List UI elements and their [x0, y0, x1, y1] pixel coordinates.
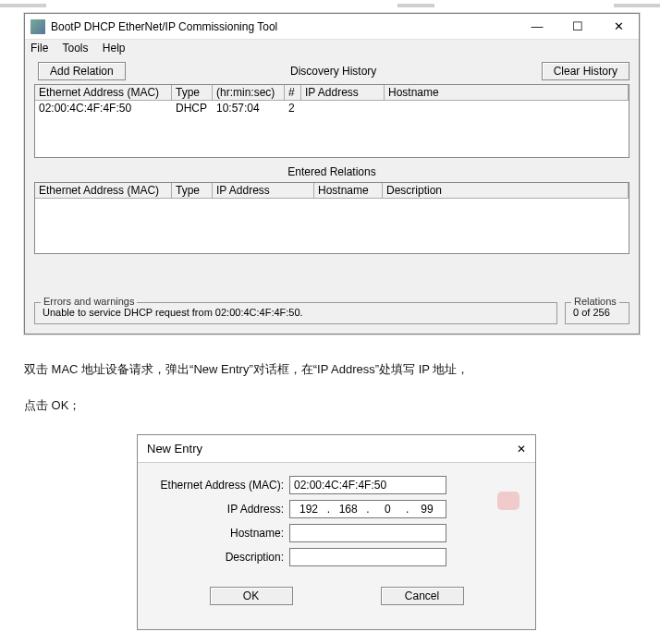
errors-fieldset: Errors and warnings Unable to service DH…	[34, 302, 557, 324]
col-mac[interactable]: Ethernet Address (MAC)	[35, 85, 172, 100]
dialog-body: Ethernet Address (MAC): IP Address: 192.…	[138, 463, 535, 579]
main-window: BootP DHCP EtherNet/IP Commissioning Too…	[24, 13, 640, 334]
entered-relations-panel: Ethernet Address (MAC) Type IP Address H…	[34, 182, 629, 254]
rcol-type[interactable]: Type	[172, 183, 213, 198]
instruction-p2: 点击 OK；	[24, 395, 640, 418]
relations-count: 0 of 256	[573, 307, 621, 318]
cell-host	[385, 101, 629, 115]
menu-tools[interactable]: Tools	[62, 42, 88, 55]
ip-octet-2[interactable]: 168	[336, 503, 361, 516]
cell-num: 2	[285, 101, 301, 115]
maximize-button[interactable]: ☐	[557, 14, 598, 40]
ip-octet-3[interactable]: 0	[374, 503, 400, 516]
window-title: BootP DHCP EtherNet/IP Commissioning Too…	[51, 20, 517, 33]
col-ip[interactable]: IP Address	[301, 85, 385, 100]
titlebar: BootP DHCP EtherNet/IP Commissioning Too…	[25, 14, 639, 40]
rcol-host[interactable]: Hostname	[314, 183, 383, 198]
label-ip: IP Address:	[153, 503, 289, 516]
discovery-history-label: Discovery History	[126, 65, 542, 78]
instruction-text: 双击 MAC 地址设备请求，弹出“New Entry”对话框，在“IP Addr…	[24, 358, 640, 430]
minimize-button[interactable]: —	[517, 14, 557, 40]
discovery-history-panel: Ethernet Address (MAC) Type (hr:min:sec)…	[34, 84, 629, 158]
status-row: Errors and warnings Unable to service DH…	[25, 298, 639, 330]
watermark-icon	[497, 492, 519, 510]
errors-message: Unable to service DHCP request from 02:0…	[43, 307, 549, 318]
relations-legend: Relations	[571, 296, 619, 307]
dialog-close-icon[interactable]: ✕	[517, 443, 526, 456]
menu-help[interactable]: Help	[103, 42, 126, 55]
errors-legend: Errors and warnings	[41, 296, 137, 307]
ip-octet-1[interactable]: 192	[296, 503, 322, 516]
dialog-buttons: OK Cancel	[138, 579, 535, 613]
menubar: File Tools Help	[25, 40, 639, 58]
rcol-desc[interactable]: Description	[383, 183, 629, 198]
relations-header-row: Ethernet Address (MAC) Type IP Address H…	[35, 183, 629, 199]
mac-field[interactable]	[289, 476, 446, 494]
rcol-mac[interactable]: Ethernet Address (MAC)	[35, 183, 172, 198]
rcol-ip[interactable]: IP Address	[213, 183, 314, 198]
label-hostname: Hostname:	[153, 527, 289, 540]
ip-address-field[interactable]: 192. 168. 0. 99	[289, 500, 446, 518]
dialog-titlebar: New Entry ✕	[138, 435, 535, 463]
col-num[interactable]: #	[285, 85, 301, 100]
new-entry-dialog: New Entry ✕ Ethernet Address (MAC): IP A…	[137, 434, 536, 630]
ip-octet-4[interactable]: 99	[414, 503, 440, 516]
cell-type: DHCP	[172, 101, 213, 115]
add-relation-button[interactable]: Add Relation	[38, 62, 126, 80]
ok-button[interactable]: OK	[210, 587, 293, 605]
instruction-p1: 双击 MAC 地址设备请求，弹出“New Entry”对话框，在“IP Addr…	[24, 358, 640, 382]
cell-hms: 10:57:04	[213, 101, 285, 115]
page-top-decor	[0, 0, 660, 9]
col-host[interactable]: Hostname	[385, 85, 629, 100]
discovery-header-row: Ethernet Address (MAC) Type (hr:min:sec)…	[35, 85, 629, 101]
description-field[interactable]	[289, 548, 446, 566]
close-button[interactable]: ✕	[598, 14, 639, 40]
toolbar-discovery: Add Relation Discovery History Clear His…	[25, 58, 639, 82]
app-icon	[31, 19, 45, 34]
relations-fieldset: Relations 0 of 256	[565, 302, 629, 324]
label-mac: Ethernet Address (MAC):	[153, 479, 289, 492]
entered-relations-label: Entered Relations	[25, 160, 639, 180]
hostname-field[interactable]	[289, 524, 446, 542]
col-hms[interactable]: (hr:min:sec)	[213, 85, 285, 100]
dialog-title: New Entry	[147, 442, 517, 456]
clear-history-button[interactable]: Clear History	[542, 62, 629, 80]
cancel-button[interactable]: Cancel	[381, 587, 464, 605]
discovery-row[interactable]: 02:00:4C:4F:4F:50 DHCP 10:57:04 2	[35, 101, 629, 115]
label-description: Description:	[153, 551, 289, 564]
cell-ip	[301, 101, 385, 115]
menu-file[interactable]: File	[31, 42, 48, 55]
cell-mac: 02:00:4C:4F:4F:50	[35, 101, 172, 115]
col-type[interactable]: Type	[172, 85, 213, 100]
